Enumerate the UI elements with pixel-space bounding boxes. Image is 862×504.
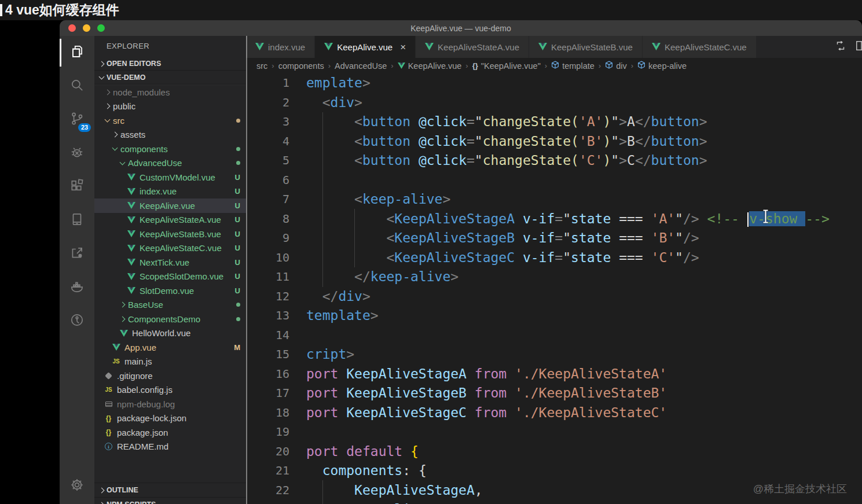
git-status-dot: [236, 119, 240, 123]
tree-item-customvmodel-vue[interactable]: CustomVModel.vueU: [94, 170, 246, 185]
section-vue-demo[interactable]: VUE-DEMO: [94, 71, 246, 84]
tab-keepalive-vue[interactable]: KeepAlive.vue×: [315, 36, 416, 58]
breadcrumb-item-src[interactable]: src: [256, 61, 267, 71]
activity-screen-share-button[interactable]: [60, 237, 94, 271]
tree-item-keepalivestateb-vue[interactable]: KeepAliveStateB.vueU: [94, 227, 246, 241]
tree-item-nexttick-vue[interactable]: NextTick.vueU: [94, 255, 246, 270]
code-line-1[interactable]: 1emplate>: [246, 73, 862, 93]
split-editor-icon[interactable]: [855, 39, 862, 54]
tree-item-baseuse[interactable]: BaseUse: [94, 298, 246, 312]
gitlens-icon: [69, 312, 85, 330]
minimize-window-button[interactable]: [83, 24, 90, 32]
code-line-20[interactable]: 20port default {: [246, 442, 862, 462]
code-editor[interactable]: 1emplate>2 <div>3 <button @click="change…: [246, 73, 862, 504]
sidebar-sash[interactable]: [246, 36, 247, 504]
tree-item-package-json[interactable]: {}package.json: [94, 425, 246, 440]
vue-file-icon: [652, 42, 661, 52]
activity-source-control-button[interactable]: 23: [60, 103, 94, 137]
tree-item-index-vue[interactable]: index.vueU: [94, 185, 246, 199]
indent-guide: [322, 112, 323, 287]
tree-item-public[interactable]: public: [94, 100, 246, 114]
tree-item-advanceduse[interactable]: AdvancedUse: [94, 156, 246, 171]
tree-item-keepalivestatea-vue[interactable]: KeepAliveStateA.vueU: [94, 213, 246, 227]
tree-item-npm-debug-log[interactable]: npm-debug.log: [94, 397, 246, 411]
tab-index-vue[interactable]: index.vue: [246, 36, 315, 58]
close-tab-icon[interactable]: ×: [400, 42, 406, 52]
activity-remote-explorer-button[interactable]: [60, 204, 94, 237]
code-line-4[interactable]: 4 <button @click="changeState('B')">B</b…: [246, 132, 862, 152]
activity-run-debug-button[interactable]: [60, 137, 94, 170]
activity-settings-button[interactable]: [60, 469, 94, 503]
code-line-14[interactable]: 14: [246, 326, 862, 345]
activity-search-button[interactable]: [60, 69, 94, 103]
tree-item-readme-md[interactable]: iREADME.md: [94, 440, 246, 454]
cut-glyph: [0, 4, 2, 16]
section-open-editors[interactable]: OPEN EDITORS: [94, 57, 246, 71]
vue-file-icon: [126, 259, 136, 266]
git-status-dot: [236, 317, 240, 321]
line-number: 2: [246, 93, 306, 113]
tab-keepalivestatec-vue[interactable]: KeepAliveStateC.vue: [643, 36, 757, 58]
code-line-17[interactable]: 17port KeepAliveStageB from './KeepAlive…: [246, 384, 862, 403]
tree-item-scopedslotdemo-vue[interactable]: ScopedSlotDemo.vueU: [94, 270, 246, 284]
tab-keepalivestateb-vue[interactable]: KeepAliveStateB.vue: [529, 36, 643, 58]
tree-item-app-vue[interactable]: App.vueM: [94, 340, 246, 355]
toggle-changes-icon[interactable]: [834, 39, 847, 54]
breadcrumb-item-components[interactable]: components: [278, 61, 324, 71]
tree-item-main-js[interactable]: JSmain.js: [94, 355, 246, 369]
tree-item-helloworld-vue[interactable]: HelloWorld.vue: [94, 326, 246, 341]
tree-item-assets[interactable]: assets: [94, 128, 246, 142]
activity-docker-button[interactable]: [60, 271, 94, 304]
code-line-18[interactable]: 18port KeepAliveStageC from './KeepAlive…: [246, 403, 862, 423]
code-line-12[interactable]: 12 </div>: [246, 287, 862, 307]
tree-item-node-modules[interactable]: node_modules: [94, 85, 246, 100]
code-line-23[interactable]: 23 KeepAliveStageB,: [246, 500, 862, 504]
code-line-11[interactable]: 11 </keep-alive>: [246, 267, 862, 287]
breadcrumb-item--keepalive-vue-[interactable]: {}"KeepAlive.vue": [472, 61, 541, 71]
tree-item-keepalive-vue[interactable]: KeepAlive.vueU: [94, 198, 246, 213]
screen: 4 vue如何缓存组件 KeepAlive.vue — vue-demo 23 …: [0, 0, 862, 504]
activity-explorer-button[interactable]: [60, 36, 94, 69]
section-outline[interactable]: OUTLINE: [94, 483, 246, 497]
breadcrumb-item-keep-alive[interactable]: keep-alive: [637, 61, 687, 71]
chevron-right-icon: [120, 316, 126, 322]
breadcrumb-separator: ›: [545, 61, 547, 70]
code-line-16[interactable]: 16port KeepAliveStageA from './KeepAlive…: [246, 365, 862, 384]
code-line-5[interactable]: 5 <button @click="changeState('C')">C</b…: [246, 151, 862, 171]
remote-explorer-icon: [69, 212, 85, 229]
code-line-10[interactable]: 10 <KeepAliveStageC v-if="state === 'C'"…: [246, 248, 862, 268]
code-line-6[interactable]: 6: [246, 171, 862, 190]
code-line-21[interactable]: 21 components: {: [246, 461, 862, 481]
close-window-button[interactable]: [68, 24, 76, 32]
line-number: 20: [246, 442, 306, 462]
code-line-9[interactable]: 9 <KeepAliveStageB v-if="state === 'B'"/…: [246, 229, 862, 248]
vue-file-icon: [255, 42, 264, 52]
code-line-2[interactable]: 2 <div>: [246, 93, 862, 113]
breadcrumb-item-div[interactable]: div: [605, 61, 627, 71]
tree-item--gitignore[interactable]: .gitignore: [94, 369, 246, 383]
code-line-3[interactable]: 3 <button @click="changeState('A')">A</b…: [246, 112, 862, 132]
settings-icon: [69, 477, 85, 495]
breadcrumb-item-advanceduse[interactable]: AdvancedUse: [335, 61, 387, 71]
breadcrumb-item-template[interactable]: template: [551, 61, 595, 71]
file-tree: node_modulespublicsrcassetscomponentsAdv…: [94, 85, 246, 454]
code-line-13[interactable]: 13template>: [246, 306, 862, 326]
git-status-badge: U: [235, 258, 240, 267]
tree-item-src[interactable]: src: [94, 113, 246, 128]
tree-item-package-lock-json[interactable]: {}package-lock.json: [94, 411, 246, 426]
tree-item-keepalivestatec-vue[interactable]: KeepAliveStateC.vueU: [94, 241, 246, 256]
tree-item-babel-config-js[interactable]: JSbabel.config.js: [94, 383, 246, 398]
code-line-7[interactable]: 7 <keep-alive>: [246, 190, 862, 209]
titlebar[interactable]: KeepAlive.vue — vue-demo: [60, 20, 862, 36]
activity-gitlens-button[interactable]: [60, 304, 94, 338]
tree-item-slotdemo-vue[interactable]: SlotDemo.vueU: [94, 284, 246, 298]
section-npm-scripts[interactable]: NPM SCRIPTS: [94, 497, 246, 504]
breadcrumb-item-keepalive-vue[interactable]: KeepAlive.vue: [398, 61, 462, 71]
zoom-window-button[interactable]: [97, 24, 105, 32]
tab-keepalivestatea-vue[interactable]: KeepAliveStateA.vue: [416, 36, 529, 58]
tree-item-components[interactable]: components: [94, 142, 246, 156]
tree-item-componentsdemo[interactable]: ComponentsDemo: [94, 312, 246, 326]
code-line-15[interactable]: 15cript>: [246, 345, 862, 365]
code-line-19[interactable]: 19: [246, 422, 862, 442]
activity-extensions-button[interactable]: [60, 170, 94, 204]
